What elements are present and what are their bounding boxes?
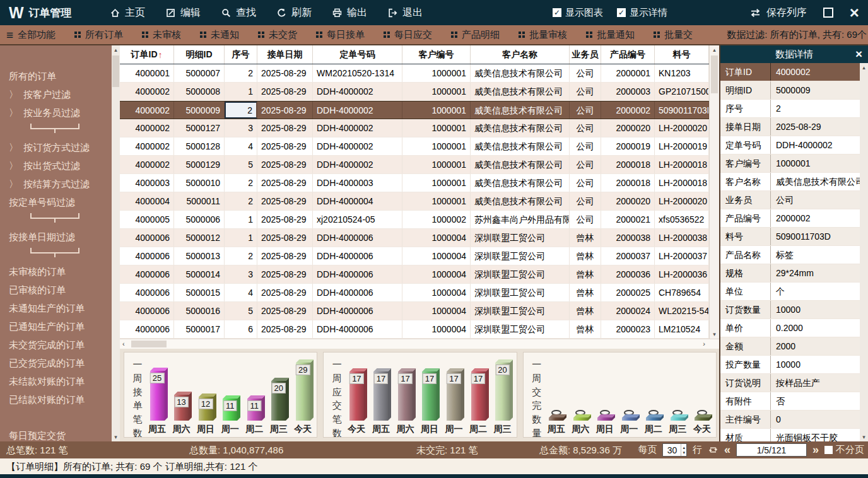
- table-row[interactable]: 4000006500001652025-08-29DDH-40000061000…: [120, 302, 709, 320]
- column-header[interactable]: 客户名称: [471, 45, 570, 64]
- table-cell[interactable]: 曾林: [570, 320, 601, 338]
- table-cell[interactable]: LH-2000037: [655, 247, 709, 265]
- table-cell[interactable]: WM20210520-1314: [313, 64, 402, 82]
- table-cell[interactable]: 曾林: [570, 247, 601, 265]
- sidebar-item[interactable]: 按接单日期过滤: [0, 228, 120, 246]
- table-row[interactable]: 4000002500000812025-08-29DDH-40000021000…: [120, 83, 709, 101]
- table-cell[interactable]: 曾林: [570, 265, 601, 283]
- table-cell[interactable]: 深圳联盟工贸公司: [471, 320, 570, 338]
- table-cell[interactable]: 公司: [570, 174, 601, 192]
- sidebar-item[interactable]: 按出货式过滤: [0, 156, 120, 175]
- detail-row[interactable]: 料号5090011703D: [720, 228, 860, 246]
- table-cell[interactable]: 3: [225, 265, 257, 283]
- table-cell[interactable]: 2000020: [601, 119, 655, 137]
- scroll-up-icon[interactable]: [860, 64, 868, 71]
- sidebar-item[interactable]: 未交货完成的订单: [0, 335, 120, 354]
- detail-scrollbar[interactable]: [860, 63, 868, 441]
- sidebar-item[interactable]: 按结算方式过滤: [0, 175, 120, 193]
- table-cell[interactable]: 4: [225, 137, 257, 155]
- scroll-down-icon[interactable]: [710, 331, 719, 337]
- column-header[interactable]: 明细ID: [174, 45, 225, 64]
- next-page-button[interactable]: [812, 443, 819, 457]
- table-cell[interactable]: 2: [225, 64, 257, 82]
- table-cell[interactable]: 5090011703D: [655, 102, 709, 119]
- table-cell[interactable]: DDH-4000003: [313, 174, 402, 192]
- table-cell[interactable]: 1000001: [402, 83, 471, 100]
- table-cell[interactable]: 5000011: [174, 192, 225, 210]
- sidebar-item[interactable]: 未结款对账的订单: [0, 372, 120, 390]
- per-page-spinner[interactable]: [681, 444, 686, 456]
- table-cell[interactable]: 威美信息技术有限公司: [471, 119, 570, 137]
- table-cell[interactable]: 1000001: [402, 137, 471, 155]
- detail-row[interactable]: 订单ID4000002: [720, 63, 860, 81]
- toolbar-item[interactable]: 全部功能: [6, 29, 56, 41]
- table-cell[interactable]: 曾林: [570, 229, 601, 247]
- table-row[interactable]: 4000006500001542025-08-29DDH-40000061000…: [120, 284, 709, 302]
- table-cell[interactable]: 1000004: [402, 302, 471, 320]
- table-cell[interactable]: 2025-08-29: [257, 247, 313, 265]
- table-cell[interactable]: 深圳联盟工贸公司: [471, 247, 570, 265]
- spin-down-icon[interactable]: [683, 450, 685, 455]
- table-cell[interactable]: 1000001: [402, 64, 471, 82]
- detail-row[interactable]: 单价0.2000: [720, 319, 860, 337]
- table-cell[interactable]: 苏州鑫丰尚户外用品有限公司: [471, 211, 570, 228]
- table-cell[interactable]: 2025-08-29: [257, 174, 313, 192]
- table-cell[interactable]: 2025-08-29: [257, 320, 313, 338]
- column-header[interactable]: 定单号码: [313, 45, 402, 64]
- table-cell[interactable]: GP210715008: [655, 83, 709, 100]
- sidebar-item[interactable]: 按客户过滤: [0, 85, 120, 103]
- table-cell[interactable]: DDH-4000002: [313, 83, 402, 100]
- sidebar-item[interactable]: 按定单号码过滤: [0, 193, 120, 211]
- checkbox-icon[interactable]: [824, 446, 833, 454]
- table-cell[interactable]: DDH-4000002: [313, 137, 402, 155]
- detail-row[interactable]: 接单日期2025-08-29: [720, 118, 860, 136]
- table-cell[interactable]: 深圳联盟工贸公司: [471, 229, 570, 247]
- table-cell[interactable]: 5000008: [174, 83, 225, 100]
- table-cell[interactable]: 4000002: [120, 119, 174, 137]
- sidebar-item[interactable]: 所有的订单: [0, 67, 120, 85]
- sidebar-item[interactable]: 已交货完成的订单: [0, 354, 120, 372]
- table-cell[interactable]: 1: [225, 229, 257, 247]
- table-cell[interactable]: 5000012: [174, 229, 225, 247]
- table-cell[interactable]: 公司: [570, 211, 601, 228]
- table-cell[interactable]: 2025-08-29: [257, 302, 313, 320]
- column-header[interactable]: 产品编号: [601, 45, 655, 64]
- table-row[interactable]: 4000006500001432025-08-29DDH-40000061000…: [120, 265, 709, 284]
- scroll-left-icon[interactable]: [120, 339, 127, 349]
- scroll-down-icon[interactable]: [112, 434, 120, 440]
- table-cell[interactable]: 4000006: [120, 247, 174, 265]
- table-cell[interactable]: DDH-4000006: [313, 284, 402, 301]
- table-cell[interactable]: 公司: [570, 119, 601, 137]
- toggle-show-charts[interactable]: 显示图表: [553, 7, 603, 19]
- table-cell[interactable]: 2: [225, 247, 257, 265]
- table-cell[interactable]: 5000128: [174, 137, 225, 155]
- table-cell[interactable]: 2000023: [601, 320, 655, 338]
- table-cell[interactable]: 威美信息技术有限公司: [471, 64, 570, 82]
- table-cell[interactable]: 1000002: [402, 211, 471, 228]
- table-cell[interactable]: 公司: [570, 156, 601, 173]
- table-cell[interactable]: 2000038: [601, 229, 655, 247]
- table-cell[interactable]: 曾林: [570, 284, 601, 301]
- table-cell[interactable]: 2000020: [601, 192, 655, 210]
- detail-row[interactable]: 业务员公司: [720, 191, 860, 209]
- table-cell[interactable]: 2025-08-29: [257, 83, 313, 100]
- table-cell[interactable]: DDH-4000002: [313, 156, 402, 173]
- table-cell[interactable]: 4000005: [120, 211, 174, 228]
- table-cell[interactable]: 公司: [570, 83, 601, 100]
- toolbar-item[interactable]: 未审核: [142, 29, 181, 41]
- table-cell[interactable]: 1: [225, 211, 257, 228]
- detail-row[interactable]: 序号2: [720, 100, 860, 118]
- table-cell[interactable]: 5000009: [174, 102, 225, 119]
- detail-row[interactable]: 客户名称威美信息技术有限公司: [720, 173, 860, 191]
- detail-row[interactable]: 规格29*24mm: [720, 264, 860, 283]
- table-cell[interactable]: 4000001: [120, 64, 174, 82]
- detail-row[interactable]: 订货说明按样品生产: [720, 374, 860, 392]
- table-cell[interactable]: LH-2000018: [655, 156, 709, 173]
- column-header[interactable]: 料号: [655, 45, 709, 64]
- table-cell[interactable]: 2000001: [601, 64, 655, 82]
- spin-up-icon[interactable]: [683, 445, 685, 450]
- detail-row[interactable]: 有附件否: [720, 392, 860, 411]
- detail-row[interactable]: 材质光面铜板不干胶: [720, 429, 860, 441]
- table-cell[interactable]: DDH-4000006: [313, 320, 402, 338]
- reload-icon[interactable]: [708, 445, 718, 455]
